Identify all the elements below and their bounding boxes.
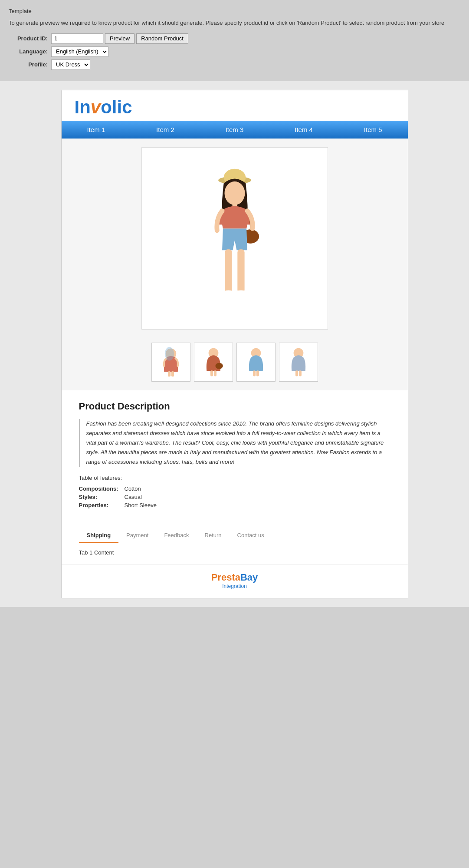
template-nav: Item 1 Item 2 Item 3 Item 4 Item 5 <box>62 121 408 139</box>
svg-rect-22 <box>298 370 301 376</box>
description-text: Fashion has been creating well-designed … <box>86 419 390 467</box>
logo-v: v <box>91 97 101 117</box>
language-label: Language: <box>9 48 48 55</box>
svg-rect-14 <box>210 370 213 376</box>
thumbnail-2[interactable] <box>194 343 233 382</box>
logo: Involic <box>75 98 395 116</box>
config-description: To generate preview we required to know … <box>9 19 460 27</box>
product-image-svg <box>191 156 278 321</box>
language-select[interactable]: English (English) <box>51 46 108 57</box>
composition-value: Cotton <box>125 485 157 493</box>
product-description-title: Product Description <box>79 401 390 412</box>
tab-shipping[interactable]: Shipping <box>79 528 119 543</box>
svg-rect-21 <box>295 370 298 376</box>
product-id-input[interactable] <box>51 33 103 44</box>
tab-payment[interactable]: Payment <box>118 528 156 543</box>
logo-olic: olic <box>101 97 132 117</box>
styles-label: Styles: <box>79 493 125 501</box>
tab-content: Tab 1 Content <box>79 543 390 564</box>
svg-point-8 <box>235 290 247 296</box>
thumbnails-area <box>62 338 408 390</box>
composition-label: Compositions: <box>79 485 125 493</box>
nav-item-1[interactable]: Item 1 <box>62 121 131 139</box>
thumbnail-3[interactable] <box>236 343 275 382</box>
svg-rect-6 <box>237 249 244 293</box>
footer-logo: PrestaBay <box>62 573 408 582</box>
tab-contact-us[interactable]: Contact us <box>230 528 272 543</box>
logo-in: In <box>75 97 91 117</box>
tabs-row: Shipping Payment Feedback Return Contact… <box>79 528 390 543</box>
footer-integration: Integration <box>62 583 408 589</box>
nav-item-4[interactable]: Item 4 <box>269 121 338 139</box>
tab-feedback[interactable]: Feedback <box>156 528 197 543</box>
tab-return[interactable]: Return <box>197 528 230 543</box>
template-card: Involic Item 1 Item 2 Item 3 Item 4 Item… <box>61 90 408 598</box>
profile-row: Profile: UK Dress <box>9 59 460 70</box>
nav-item-5[interactable]: Item 5 <box>338 121 408 139</box>
svg-rect-18 <box>253 370 256 376</box>
svg-point-16 <box>215 363 223 369</box>
language-row: Language: English (English) <box>9 46 460 57</box>
table-row: Styles: Casual <box>79 493 157 501</box>
config-area: Template To generate preview we required… <box>0 0 469 81</box>
product-description-area: Product Description Fashion has been cre… <box>62 390 408 518</box>
main-product-image <box>141 147 328 330</box>
random-product-button[interactable]: Random Product <box>136 33 188 44</box>
product-id-row: Product ID: Preview Random Product <box>9 33 460 44</box>
nav-item-2[interactable]: Item 2 <box>131 121 200 139</box>
footer-bay: Bay <box>240 572 258 583</box>
profile-select[interactable]: UK Dress <box>51 59 90 70</box>
thumbnail-4[interactable] <box>279 343 318 382</box>
features-title: Table of features: <box>79 475 390 481</box>
profile-label: Profile: <box>9 61 48 68</box>
footer-presta: Presta <box>211 572 240 583</box>
svg-rect-15 <box>213 370 216 376</box>
properties-label: Properties: <box>79 501 125 509</box>
product-image-area <box>62 139 408 338</box>
tabs-area: Shipping Payment Feedback Return Contact… <box>62 518 408 564</box>
svg-rect-19 <box>256 370 259 376</box>
svg-rect-11 <box>171 371 174 376</box>
template-header: Involic <box>62 90 408 121</box>
svg-rect-5 <box>225 249 232 293</box>
preview-button[interactable]: Preview <box>105 33 134 44</box>
config-title: Template <box>9 8 460 14</box>
svg-point-7 <box>222 290 235 296</box>
description-blockquote: Fashion has been creating well-designed … <box>79 419 390 467</box>
svg-point-2 <box>224 181 245 205</box>
table-row: Properties: Short Sleeve <box>79 501 157 509</box>
features-table: Compositions: Cotton Styles: Casual Prop… <box>79 485 157 509</box>
svg-rect-10 <box>168 371 171 376</box>
properties-value: Short Sleeve <box>125 501 157 509</box>
svg-point-12 <box>165 347 174 361</box>
template-footer: PrestaBay Integration <box>62 564 408 598</box>
nav-item-3[interactable]: Item 3 <box>200 121 269 139</box>
preview-wrapper: Involic Item 1 Item 2 Item 3 Item 4 Item… <box>0 81 469 607</box>
thumbnail-1[interactable] <box>151 343 190 382</box>
product-id-label: Product ID: <box>9 35 48 42</box>
table-row: Compositions: Cotton <box>79 485 157 493</box>
styles-value: Casual <box>125 493 157 501</box>
